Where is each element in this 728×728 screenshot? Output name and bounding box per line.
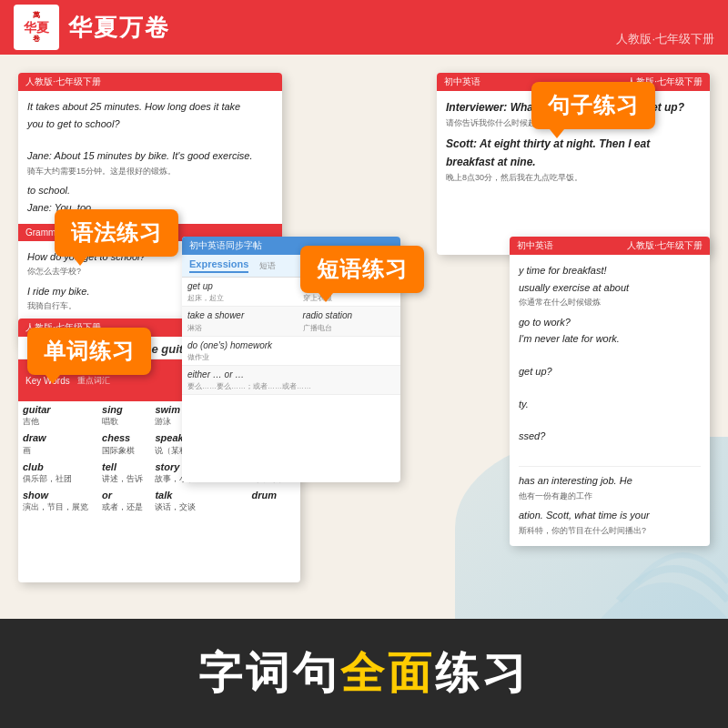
grammar-card-content: It takes about 25 minutes. How long does…	[18, 91, 282, 224]
table-row: take a shower淋浴 radio station广播电台	[182, 307, 400, 336]
grammar-callout: 语法练习	[55, 209, 178, 257]
bottom-text: 字词句全面练习	[198, 644, 530, 703]
bottom-bar: 字词句全面练习	[0, 619, 728, 728]
expressions-callout: 短语练习	[300, 246, 424, 293]
table-row: show演出，节目，展览 or或者，还是 talk谈话，交谈 drum	[18, 487, 300, 515]
grammar-card-header: 人教版·七年级下册	[18, 73, 282, 91]
expressions-table: get up起床，起立 get dressed穿上衣服 take a showe…	[182, 278, 400, 395]
header-subtitle: 人教版·七年级下册	[616, 31, 714, 55]
table-row: do (one's) homework做作业	[182, 336, 400, 365]
expressions-tab-cn: 短语	[259, 260, 276, 272]
expressions-tab[interactable]: Expressions	[189, 258, 248, 273]
logo: 萬 华夏 卷	[14, 5, 59, 50]
table-row: either … or …要么……要么……；或者……或者……	[182, 365, 400, 394]
main-area: 人教版·七年级下册 It takes about 25 minutes. How…	[0, 55, 728, 619]
right-card: 初中英语 人教版·七年级下册 y time for breakfast! usu…	[510, 237, 710, 546]
right-card-header: 初中英语 人教版·七年级下册	[510, 237, 710, 255]
words-callout: 单词练习	[27, 328, 151, 375]
right-card-content: y time for breakfast! usually exercise a…	[510, 255, 710, 546]
page-header: 萬 华夏 卷 华夏万卷 人教版·七年级下册	[0, 0, 728, 55]
sentence-callout: 句子练习	[531, 82, 655, 129]
header-title: 华夏万卷	[68, 12, 170, 44]
